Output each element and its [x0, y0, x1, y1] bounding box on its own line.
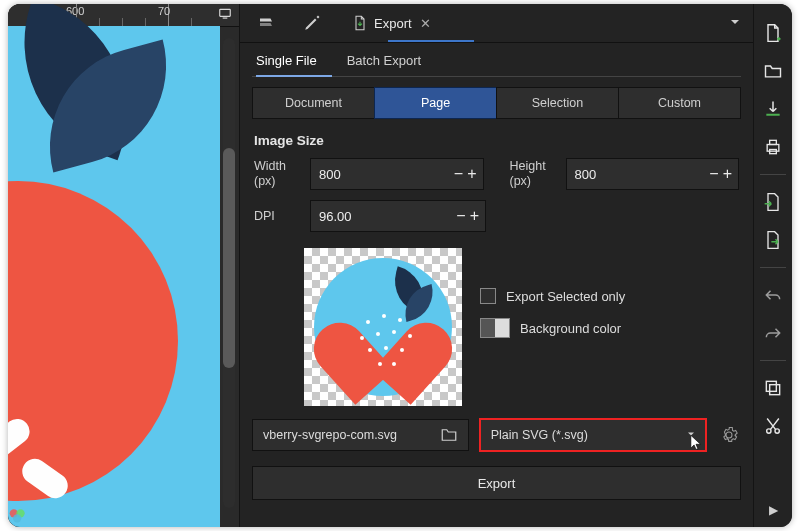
folder-icon[interactable] — [440, 426, 458, 444]
export-panel: Export ✕ Single File Batch Export Docume… — [240, 4, 753, 527]
height-increment[interactable]: + — [723, 165, 732, 183]
source-custom[interactable]: Custom — [618, 87, 741, 119]
dpi-label: DPI — [254, 209, 298, 224]
export-mode-tabs: Single File Batch Export — [240, 43, 753, 76]
dpi-value: 96.00 — [319, 209, 352, 224]
save-icon[interactable] — [760, 96, 786, 122]
redo-icon[interactable] — [760, 320, 786, 346]
canvas-area: 600 70 ⋮ — [8, 4, 240, 527]
source-page[interactable]: Page — [374, 87, 497, 119]
copy-icon[interactable] — [760, 375, 786, 401]
svg-point-11 — [13, 514, 21, 522]
canvas-document[interactable] — [8, 26, 220, 527]
image-size-heading: Image Size — [254, 133, 739, 148]
export-settings-gear-icon[interactable] — [717, 426, 741, 444]
filename-field[interactable]: vberry-svgrepo-com.svg — [252, 419, 469, 451]
export-button[interactable]: Export — [252, 466, 741, 500]
artwork-fruit — [8, 181, 178, 501]
svg-rect-0 — [220, 9, 231, 16]
edit-tab-icon[interactable] — [302, 13, 322, 33]
export-button-label: Export — [478, 476, 516, 491]
source-document[interactable]: Document — [252, 87, 375, 119]
cut-icon[interactable] — [760, 413, 786, 439]
close-icon[interactable]: ✕ — [420, 16, 431, 31]
image-size-section: Image Size Width (px) 800 −+ Height (px)… — [240, 119, 753, 242]
svg-rect-6 — [766, 381, 776, 391]
source-selection[interactable]: Selection — [496, 87, 619, 119]
svg-point-7 — [767, 429, 771, 433]
display-mode-icon[interactable] — [217, 7, 233, 24]
import-icon[interactable] — [760, 189, 786, 215]
vertical-scrollbar[interactable] — [223, 38, 235, 508]
dpi-decrement[interactable]: − — [456, 207, 465, 225]
dpi-increment[interactable]: + — [470, 207, 479, 225]
tab-single-file[interactable]: Single File — [256, 53, 317, 76]
export-tab-label: Export — [374, 16, 412, 31]
width-value: 800 — [319, 167, 341, 182]
open-icon[interactable] — [760, 58, 786, 84]
height-decrement[interactable]: − — [709, 165, 718, 183]
svg-rect-3 — [770, 140, 777, 144]
ruler-label-70: 70 — [158, 5, 170, 17]
svg-point-8 — [775, 429, 779, 433]
background-color-label: Background color — [520, 321, 621, 336]
background-color-swatch[interactable] — [480, 318, 510, 338]
toolbar-expand-icon[interactable]: ▶ — [769, 503, 778, 517]
layers-tab-icon[interactable] — [256, 13, 276, 33]
export-preview-thumbnail — [304, 248, 462, 406]
dpi-input[interactable]: 96.00 −+ — [310, 200, 486, 232]
export-source-buttons: Document Page Selection Custom — [240, 77, 753, 119]
height-input[interactable]: 800 −+ — [566, 158, 740, 190]
right-toolbar: ▶ — [753, 4, 792, 527]
color-picker-corner-icon[interactable] — [8, 505, 30, 527]
export-icon[interactable] — [760, 227, 786, 253]
format-dropdown[interactable]: Plain SVG (*.svg) — [479, 418, 707, 452]
export-selected-checkbox[interactable] — [480, 288, 496, 304]
cursor-icon — [689, 434, 703, 455]
export-tab[interactable]: Export ✕ — [348, 15, 433, 31]
height-value: 800 — [575, 167, 597, 182]
svg-rect-5 — [770, 385, 780, 395]
filename-value: vberry-svgrepo-com.svg — [263, 428, 440, 442]
panel-menu-chevron[interactable] — [727, 14, 743, 33]
width-label: Width (px) — [254, 159, 298, 189]
width-input[interactable]: 800 −+ — [310, 158, 484, 190]
svg-rect-2 — [767, 145, 779, 152]
dock-tabstrip: Export ✕ — [240, 4, 753, 43]
tab-batch-export[interactable]: Batch Export — [347, 53, 421, 76]
scrollbar-thumb[interactable] — [223, 148, 235, 368]
width-increment[interactable]: + — [467, 165, 476, 183]
undo-icon[interactable] — [760, 282, 786, 308]
export-selected-label: Export Selected only — [506, 289, 625, 304]
svg-rect-1 — [223, 18, 228, 19]
width-decrement[interactable]: − — [454, 165, 463, 183]
format-value: Plain SVG (*.svg) — [491, 428, 588, 442]
new-document-icon[interactable] — [760, 20, 786, 46]
height-label: Height (px) — [510, 159, 554, 189]
print-icon[interactable] — [760, 134, 786, 160]
